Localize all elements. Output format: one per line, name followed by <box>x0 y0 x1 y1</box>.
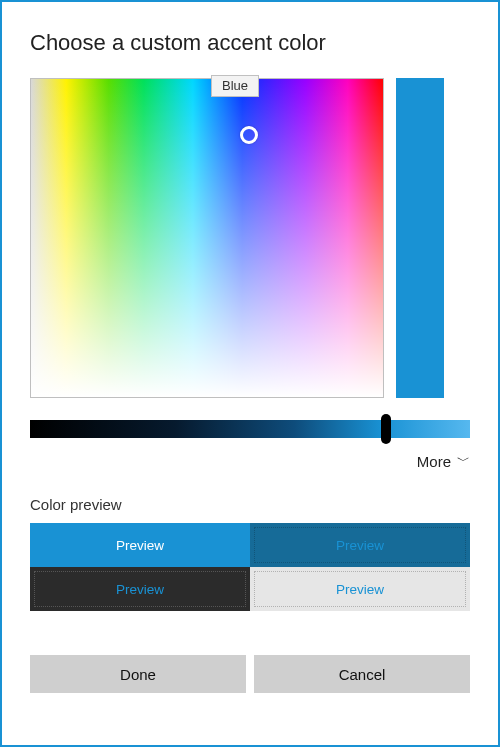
preview-tile-accent-light: Preview <box>30 523 250 567</box>
color-preview-grid: Preview Preview Preview Preview <box>30 523 470 611</box>
color-tooltip: Blue <box>211 75 259 97</box>
more-toggle[interactable]: More ﹀ <box>30 452 470 470</box>
value-slider-thumb[interactable] <box>381 414 391 444</box>
cancel-button[interactable]: Cancel <box>254 655 470 693</box>
color-preview-label: Color preview <box>30 496 470 513</box>
done-button[interactable]: Done <box>30 655 246 693</box>
color-picker-row: Blue <box>30 78 470 398</box>
chevron-down-icon: ﹀ <box>457 452 470 470</box>
preview-text: Preview <box>336 538 384 553</box>
preview-text: Preview <box>116 538 164 553</box>
preview-tile-dark-bg: Preview <box>30 567 250 611</box>
preview-text: Preview <box>336 582 384 597</box>
color-field[interactable]: Blue <box>30 78 384 398</box>
preview-tile-light-bg: Preview <box>250 567 470 611</box>
preview-tile-accent-dark: Preview <box>250 523 470 567</box>
value-slider[interactable] <box>30 420 470 438</box>
current-color-swatch <box>396 78 444 398</box>
dialog-title: Choose a custom accent color <box>30 30 470 56</box>
more-label: More <box>417 453 451 470</box>
dialog-buttons: Done Cancel <box>30 655 470 693</box>
color-selector-ring[interactable] <box>240 126 258 144</box>
preview-text: Preview <box>116 582 164 597</box>
value-slider-track <box>30 420 470 438</box>
